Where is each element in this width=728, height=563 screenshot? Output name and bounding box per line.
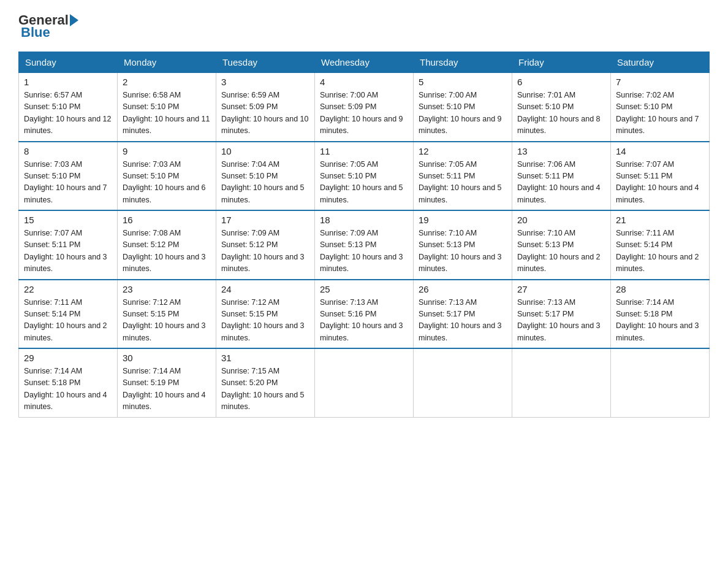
- calendar-week-3: 15 Sunrise: 7:07 AMSunset: 5:11 PMDaylig…: [19, 210, 710, 280]
- table-row: 17 Sunrise: 7:09 AMSunset: 5:12 PMDaylig…: [216, 210, 315, 280]
- day-number: 7: [616, 77, 704, 87]
- day-number: 17: [221, 215, 309, 225]
- calendar-header-row: SundayMondayTuesdayWednesdayThursdayFrid…: [19, 52, 710, 73]
- day-number: 26: [419, 284, 507, 294]
- table-row: 1 Sunrise: 6:57 AMSunset: 5:10 PMDayligh…: [19, 73, 118, 142]
- table-row: 6 Sunrise: 7:01 AMSunset: 5:10 PMDayligh…: [512, 73, 611, 142]
- table-row: 22 Sunrise: 7:11 AMSunset: 5:14 PMDaylig…: [19, 280, 118, 349]
- table-row: 21 Sunrise: 7:11 AMSunset: 5:14 PMDaylig…: [611, 210, 710, 280]
- day-detail: Sunrise: 7:00 AMSunset: 5:10 PMDaylight:…: [419, 90, 507, 137]
- day-number: 31: [221, 353, 309, 363]
- page-header: General Blue: [18, 12, 710, 40]
- day-number: 22: [24, 284, 112, 294]
- table-row: 2 Sunrise: 6:58 AMSunset: 5:10 PMDayligh…: [118, 73, 216, 142]
- table-row: 13 Sunrise: 7:06 AMSunset: 5:11 PMDaylig…: [512, 142, 611, 211]
- calendar-week-5: 29 Sunrise: 7:14 AMSunset: 5:18 PMDaylig…: [19, 348, 710, 417]
- logo-arrow-icon: [70, 14, 78, 26]
- table-row: 15 Sunrise: 7:07 AMSunset: 5:11 PMDaylig…: [19, 210, 118, 280]
- day-number: 6: [517, 77, 605, 87]
- day-number: 13: [517, 146, 605, 156]
- day-detail: Sunrise: 7:10 AMSunset: 5:13 PMDaylight:…: [517, 228, 605, 275]
- col-header-friday: Friday: [512, 52, 611, 73]
- day-detail: Sunrise: 7:15 AMSunset: 5:20 PMDaylight:…: [221, 366, 309, 413]
- table-row: 30 Sunrise: 7:14 AMSunset: 5:19 PMDaylig…: [118, 348, 216, 417]
- day-detail: Sunrise: 7:00 AMSunset: 5:09 PMDaylight:…: [320, 90, 408, 137]
- table-row: 3 Sunrise: 6:59 AMSunset: 5:09 PMDayligh…: [216, 73, 315, 142]
- day-detail: Sunrise: 7:12 AMSunset: 5:15 PMDaylight:…: [123, 297, 211, 345]
- day-number: 28: [616, 284, 704, 294]
- table-row: 7 Sunrise: 7:02 AMSunset: 5:10 PMDayligh…: [611, 73, 710, 142]
- day-number: 4: [320, 77, 408, 87]
- day-detail: Sunrise: 7:08 AMSunset: 5:12 PMDaylight:…: [123, 228, 211, 275]
- day-detail: Sunrise: 7:14 AMSunset: 5:19 PMDaylight:…: [123, 366, 211, 413]
- calendar-week-4: 22 Sunrise: 7:11 AMSunset: 5:14 PMDaylig…: [19, 280, 710, 349]
- day-detail: Sunrise: 7:14 AMSunset: 5:18 PMDaylight:…: [616, 297, 704, 345]
- table-row: 25 Sunrise: 7:13 AMSunset: 5:16 PMDaylig…: [315, 280, 414, 349]
- day-number: 2: [123, 77, 211, 87]
- day-detail: Sunrise: 7:11 AMSunset: 5:14 PMDaylight:…: [616, 228, 704, 275]
- day-detail: Sunrise: 7:14 AMSunset: 5:18 PMDaylight:…: [24, 366, 112, 413]
- day-number: 30: [123, 353, 211, 363]
- table-row: 14 Sunrise: 7:07 AMSunset: 5:11 PMDaylig…: [611, 142, 710, 211]
- day-number: 16: [123, 215, 211, 225]
- day-number: 27: [517, 284, 605, 294]
- day-detail: Sunrise: 7:13 AMSunset: 5:17 PMDaylight:…: [517, 297, 605, 345]
- calendar-week-2: 8 Sunrise: 7:03 AMSunset: 5:10 PMDayligh…: [19, 142, 710, 211]
- day-detail: Sunrise: 6:59 AMSunset: 5:09 PMDaylight:…: [221, 90, 309, 137]
- day-number: 1: [24, 77, 112, 87]
- table-row: 20 Sunrise: 7:10 AMSunset: 5:13 PMDaylig…: [512, 210, 611, 280]
- day-number: 23: [123, 284, 211, 294]
- table-row: 31 Sunrise: 7:15 AMSunset: 5:20 PMDaylig…: [216, 348, 315, 417]
- day-detail: Sunrise: 7:03 AMSunset: 5:10 PMDaylight:…: [24, 159, 112, 207]
- day-number: 9: [123, 146, 211, 156]
- day-detail: Sunrise: 7:09 AMSunset: 5:13 PMDaylight:…: [320, 228, 408, 275]
- calendar-table: SundayMondayTuesdayWednesdayThursdayFrid…: [18, 52, 710, 418]
- table-row: 9 Sunrise: 7:03 AMSunset: 5:10 PMDayligh…: [118, 142, 216, 211]
- col-header-thursday: Thursday: [414, 52, 512, 73]
- col-header-sunday: Sunday: [19, 52, 118, 73]
- day-number: 15: [24, 215, 112, 225]
- table-row: 12 Sunrise: 7:05 AMSunset: 5:11 PMDaylig…: [414, 142, 512, 211]
- day-detail: Sunrise: 6:58 AMSunset: 5:10 PMDaylight:…: [123, 90, 211, 137]
- table-row: [512, 348, 611, 417]
- day-detail: Sunrise: 7:13 AMSunset: 5:16 PMDaylight:…: [320, 297, 408, 345]
- table-row: 28 Sunrise: 7:14 AMSunset: 5:18 PMDaylig…: [611, 280, 710, 349]
- table-row: 11 Sunrise: 7:05 AMSunset: 5:10 PMDaylig…: [315, 142, 414, 211]
- day-detail: Sunrise: 7:04 AMSunset: 5:10 PMDaylight:…: [221, 159, 309, 207]
- table-row: 27 Sunrise: 7:13 AMSunset: 5:17 PMDaylig…: [512, 280, 611, 349]
- day-number: 25: [320, 284, 408, 294]
- day-detail: Sunrise: 7:09 AMSunset: 5:12 PMDaylight:…: [221, 228, 309, 275]
- day-number: 8: [24, 146, 112, 156]
- day-number: 12: [419, 146, 507, 156]
- day-number: 18: [320, 215, 408, 225]
- day-detail: Sunrise: 7:05 AMSunset: 5:11 PMDaylight:…: [419, 159, 507, 207]
- day-number: 5: [419, 77, 507, 87]
- day-detail: Sunrise: 7:13 AMSunset: 5:17 PMDaylight:…: [419, 297, 507, 345]
- day-number: 11: [320, 146, 408, 156]
- day-detail: Sunrise: 7:10 AMSunset: 5:13 PMDaylight:…: [419, 228, 507, 275]
- table-row: 29 Sunrise: 7:14 AMSunset: 5:18 PMDaylig…: [19, 348, 118, 417]
- table-row: [414, 348, 512, 417]
- day-number: 21: [616, 215, 704, 225]
- table-row: 24 Sunrise: 7:12 AMSunset: 5:15 PMDaylig…: [216, 280, 315, 349]
- day-detail: Sunrise: 7:11 AMSunset: 5:14 PMDaylight:…: [24, 297, 112, 345]
- day-detail: Sunrise: 7:12 AMSunset: 5:15 PMDaylight:…: [221, 297, 309, 345]
- table-row: 8 Sunrise: 7:03 AMSunset: 5:10 PMDayligh…: [19, 142, 118, 211]
- table-row: [611, 348, 710, 417]
- col-header-monday: Monday: [118, 52, 216, 73]
- day-number: 29: [24, 353, 112, 363]
- col-header-wednesday: Wednesday: [315, 52, 414, 73]
- day-detail: Sunrise: 7:03 AMSunset: 5:10 PMDaylight:…: [123, 159, 211, 207]
- day-detail: Sunrise: 7:06 AMSunset: 5:11 PMDaylight:…: [517, 159, 605, 207]
- day-detail: Sunrise: 7:01 AMSunset: 5:10 PMDaylight:…: [517, 90, 605, 137]
- col-header-tuesday: Tuesday: [216, 52, 315, 73]
- table-row: 10 Sunrise: 7:04 AMSunset: 5:10 PMDaylig…: [216, 142, 315, 211]
- table-row: 4 Sunrise: 7:00 AMSunset: 5:09 PMDayligh…: [315, 73, 414, 142]
- day-number: 14: [616, 146, 704, 156]
- col-header-saturday: Saturday: [611, 52, 710, 73]
- table-row: 26 Sunrise: 7:13 AMSunset: 5:17 PMDaylig…: [414, 280, 512, 349]
- day-number: 10: [221, 146, 309, 156]
- day-number: 19: [419, 215, 507, 225]
- day-detail: Sunrise: 7:05 AMSunset: 5:10 PMDaylight:…: [320, 159, 408, 207]
- day-number: 3: [221, 77, 309, 87]
